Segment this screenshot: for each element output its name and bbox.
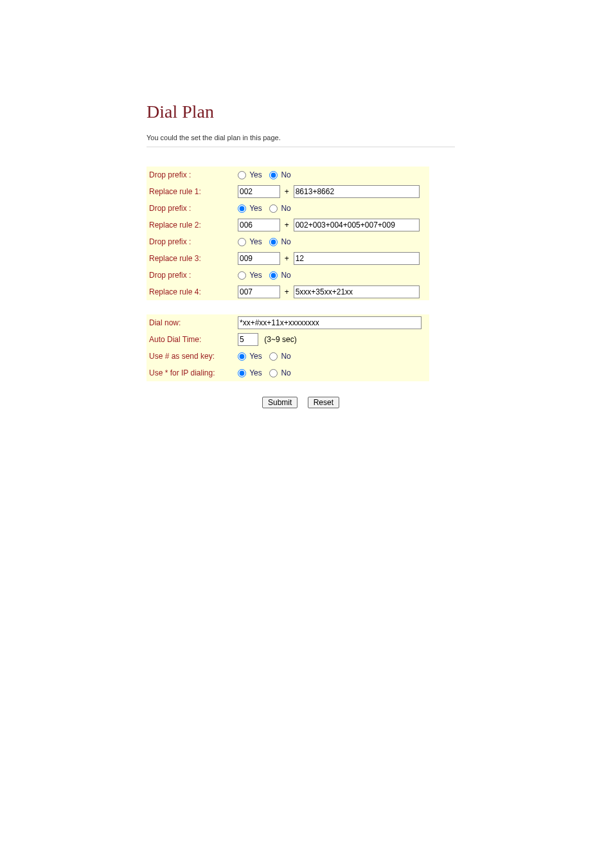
replace-rule-3-value[interactable]	[294, 252, 420, 265]
yes-label: Yes	[249, 271, 262, 280]
drop-prefix-4-yes[interactable]: Yes	[238, 271, 262, 280]
replace-rule-2-label: Replace rule 2:	[147, 217, 235, 233]
drop-prefix-3-yes[interactable]: Yes	[238, 237, 262, 246]
drop-prefix-4-label: Drop prefix :	[147, 267, 235, 284]
replace-rule-3-prefix[interactable]	[238, 252, 280, 265]
yes-label: Yes	[249, 170, 262, 179]
replace-rule-2-prefix[interactable]	[238, 219, 280, 231]
auto-dial-time-label: Auto Dial Time:	[147, 331, 235, 348]
drop-prefix-1-yes[interactable]: Yes	[238, 170, 262, 179]
no-label: No	[281, 352, 290, 361]
star-ip-dialing-yes[interactable]: Yes	[238, 368, 262, 377]
page-title: Dial Plan	[147, 102, 455, 122]
dial-now-label: Dial now:	[147, 314, 235, 331]
hash-send-key-yes[interactable]: Yes	[238, 352, 262, 361]
reset-button[interactable]: Reset	[308, 397, 339, 408]
replace-rule-2-value[interactable]	[294, 219, 420, 231]
no-label: No	[281, 170, 290, 179]
no-label: No	[281, 237, 290, 246]
auto-dial-time-range: (3~9 sec)	[260, 335, 296, 344]
drop-prefix-2-yes[interactable]: Yes	[238, 204, 262, 213]
plus-icon: +	[282, 254, 291, 263]
replace-rule-3-label: Replace rule 3:	[147, 250, 235, 267]
replace-rule-4-value[interactable]	[294, 285, 420, 298]
no-label: No	[281, 271, 290, 280]
drop-prefix-1-no[interactable]: No	[269, 170, 291, 179]
yes-label: Yes	[249, 237, 262, 246]
star-ip-dialing-label: Use * for IP dialing:	[147, 365, 235, 381]
plus-icon: +	[282, 187, 291, 196]
plus-icon: +	[282, 221, 291, 230]
drop-prefix-2-no[interactable]: No	[269, 204, 291, 213]
dial-now-input[interactable]	[238, 316, 422, 329]
drop-prefix-3-label: Drop prefix :	[147, 233, 235, 250]
star-ip-dialing-no[interactable]: No	[269, 368, 291, 377]
page-description: You could the set the dial plan in this …	[147, 134, 455, 147]
no-label: No	[281, 368, 290, 377]
replace-rule-4-prefix[interactable]	[238, 285, 280, 298]
replace-rule-1-prefix[interactable]	[238, 185, 280, 198]
dial-plan-form: Drop prefix : Yes No Replace rule 1: + D…	[147, 167, 429, 381]
hash-send-key-no[interactable]: No	[269, 352, 291, 361]
submit-button[interactable]: Submit	[262, 397, 298, 408]
drop-prefix-4-no[interactable]: No	[269, 271, 291, 280]
replace-rule-1-value[interactable]	[294, 185, 420, 198]
drop-prefix-3-no[interactable]: No	[269, 237, 291, 246]
yes-label: Yes	[249, 352, 262, 361]
replace-rule-4-label: Replace rule 4:	[147, 284, 235, 300]
auto-dial-time-input[interactable]	[238, 333, 258, 346]
drop-prefix-2-label: Drop prefix :	[147, 200, 235, 217]
replace-rule-1-label: Replace rule 1:	[147, 183, 235, 200]
drop-prefix-1-label: Drop prefix :	[147, 167, 235, 183]
hash-send-key-label: Use # as send key:	[147, 348, 235, 365]
button-row: Submit Reset	[147, 397, 455, 408]
no-label: No	[281, 204, 290, 213]
yes-label: Yes	[249, 368, 262, 377]
plus-icon: +	[282, 287, 291, 296]
yes-label: Yes	[249, 204, 262, 213]
